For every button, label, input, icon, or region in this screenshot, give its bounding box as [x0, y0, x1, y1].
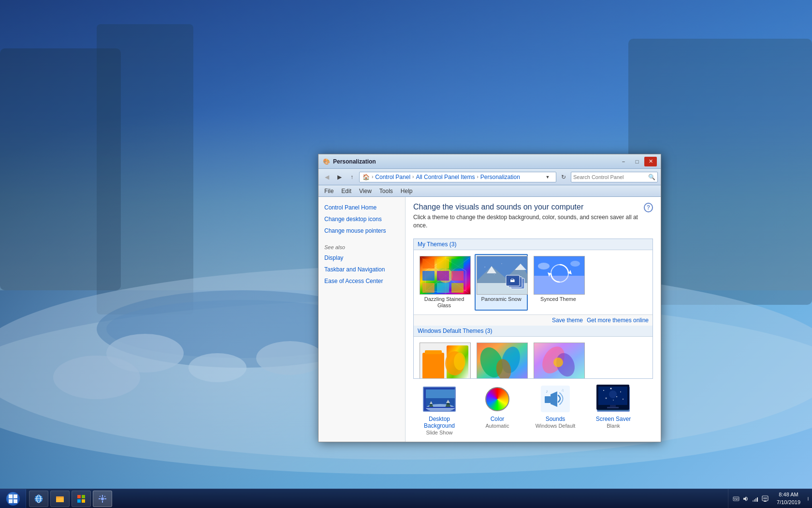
network-icon[interactable]	[752, 495, 759, 503]
theme-synced[interactable]: Synced Theme	[532, 254, 585, 311]
show-desktop-button[interactable]	[804, 495, 812, 503]
theme-panoramic-snow[interactable]: * * * * 🏔	[475, 254, 528, 311]
svg-rect-91	[9, 499, 13, 503]
control-panel-icon	[97, 493, 108, 505]
start-button[interactable]	[0, 489, 26, 508]
option-sounds[interactable]: ♪ ♫ Sounds Windows Default	[529, 385, 581, 436]
window-title: Personalization	[333, 158, 617, 165]
breadcrumb-all-items[interactable]: All Control Panel Items	[416, 174, 475, 180]
svg-rect-40	[534, 276, 585, 295]
theme-thumbnail-synced	[534, 256, 585, 295]
windows-themes-grid: Windows	[414, 337, 652, 379]
svg-rect-19	[451, 259, 464, 269]
menu-file[interactable]: File	[320, 186, 337, 196]
action-center-icon[interactable]	[761, 495, 769, 503]
themes-container[interactable]: My Themes (3)	[413, 239, 653, 379]
menu-edit[interactable]: Edit	[337, 186, 355, 196]
search-box[interactable]: 🔍	[571, 172, 658, 182]
theme-windows-2[interactable]: Windows	[475, 341, 528, 379]
refresh-button[interactable]: ↻	[558, 172, 569, 182]
svg-rect-116	[738, 498, 739, 499]
svg-rect-99	[56, 498, 64, 502]
keyboard-icon[interactable]	[732, 495, 740, 503]
taskbar-store[interactable]	[72, 491, 91, 507]
help-icon[interactable]: ?	[644, 203, 653, 212]
screen-saver-title[interactable]: Screen Saver	[587, 416, 639, 422]
sounds-title[interactable]: Sounds	[529, 416, 581, 422]
menu-help[interactable]: Help	[397, 186, 417, 196]
page-title: Change the visuals and sounds on your co…	[413, 203, 644, 211]
desktop-background-icon-box	[422, 385, 456, 414]
forward-button[interactable]: ▶	[334, 172, 345, 182]
menu-view[interactable]: View	[355, 186, 376, 196]
menu-tools[interactable]: Tools	[376, 186, 397, 196]
svg-text:*: *	[501, 263, 502, 266]
minimize-button[interactable]: −	[617, 157, 630, 166]
dropdown-btn[interactable]: ▼	[542, 172, 553, 182]
svg-rect-104	[82, 499, 85, 503]
theme-thumbnail-dazzling	[420, 256, 471, 295]
sidebar-change-mouse-pointers[interactable]: Change mouse pointers	[322, 226, 401, 236]
sidebar-change-desktop-icons[interactable]: Change desktop icons	[322, 214, 401, 224]
svg-rect-24	[437, 283, 449, 293]
svg-point-83	[606, 397, 607, 399]
address-path[interactable]: 🏠 › Control Panel › All Control Panel It…	[359, 172, 556, 182]
svg-rect-123	[755, 498, 756, 502]
address-bar: ◀ ▶ ↑ 🏠 › Control Panel › All Control Pa…	[319, 169, 661, 185]
clock-date: 7/10/2019	[777, 499, 800, 506]
svg-point-85	[613, 400, 614, 401]
breadcrumb-sep1: ›	[372, 174, 373, 179]
taskbar-ie[interactable]	[29, 491, 48, 507]
svg-rect-114	[735, 498, 736, 499]
option-screen-saver[interactable]: Screen Saver Blank	[587, 385, 639, 436]
option-desktop-background[interactable]: Desktop Background Slide Show	[413, 385, 465, 436]
file-explorer-icon	[54, 493, 66, 505]
up-button[interactable]: ↑	[347, 172, 357, 182]
taskbar-control-panel[interactable]	[93, 491, 112, 507]
sidebar-display[interactable]: Display	[322, 253, 401, 263]
clock-time: 8:48 AM	[779, 491, 798, 498]
svg-rect-115	[737, 498, 738, 499]
svg-rect-87	[610, 405, 616, 407]
themes-footer: Save theme Get more themes online	[414, 314, 652, 326]
option-color[interactable]: Color Automatic	[471, 385, 523, 436]
system-tray	[728, 489, 773, 508]
sidebar-taskbar-navigation[interactable]: Taskbar and Navigation	[322, 265, 401, 274]
theme-windows-3[interactable]: Windows	[532, 341, 585, 379]
windows-themes-header: Windows Default Themes (3)	[414, 326, 652, 337]
theme-windows-1[interactable]: Windows	[418, 341, 471, 379]
color-icon-box	[480, 385, 514, 414]
close-button[interactable]: ✕	[644, 157, 657, 166]
svg-point-45	[570, 261, 580, 267]
taskbar-buttons	[26, 491, 728, 507]
color-title[interactable]: Color	[471, 416, 523, 422]
svg-rect-126	[764, 501, 767, 502]
store-icon	[75, 493, 87, 505]
svg-point-82	[616, 396, 617, 397]
svg-rect-103	[77, 499, 81, 503]
theme-thumbnail-panoramic: * * * * 🏔	[477, 256, 528, 295]
svg-rect-25	[451, 283, 464, 293]
start-orb	[6, 492, 20, 506]
svg-point-44	[538, 263, 550, 269]
screen-saver-icon	[597, 387, 630, 412]
get-more-themes-link[interactable]: Get more themes online	[587, 317, 649, 324]
theme-thumbnail-win2	[477, 343, 528, 379]
volume-icon[interactable]	[742, 495, 750, 503]
svg-rect-125	[762, 496, 768, 501]
taskbar-file-explorer[interactable]	[50, 491, 70, 507]
sidebar: Control Panel Home Change desktop icons …	[319, 197, 406, 442]
sidebar-control-panel-home[interactable]: Control Panel Home	[322, 203, 401, 212]
breadcrumb-sep3: ›	[477, 174, 478, 179]
back-button[interactable]: ◀	[321, 172, 332, 182]
maximize-button[interactable]: □	[631, 157, 643, 166]
clock-area[interactable]: 8:48 AM 7/10/2019	[773, 491, 804, 506]
breadcrumb-control-panel[interactable]: Control Panel	[375, 174, 410, 180]
save-theme-link[interactable]: Save theme	[552, 317, 583, 324]
search-input[interactable]	[573, 174, 646, 180]
theme-dazzling-stained-glass[interactable]: Dazzling Stained Glass	[418, 254, 471, 311]
sidebar-ease-of-access[interactable]: Ease of Access Center	[322, 276, 401, 286]
svg-rect-101	[77, 495, 81, 498]
breadcrumb-personalization[interactable]: Personalization	[480, 174, 520, 180]
desktop-bg-title[interactable]: Desktop Background	[413, 416, 465, 429]
